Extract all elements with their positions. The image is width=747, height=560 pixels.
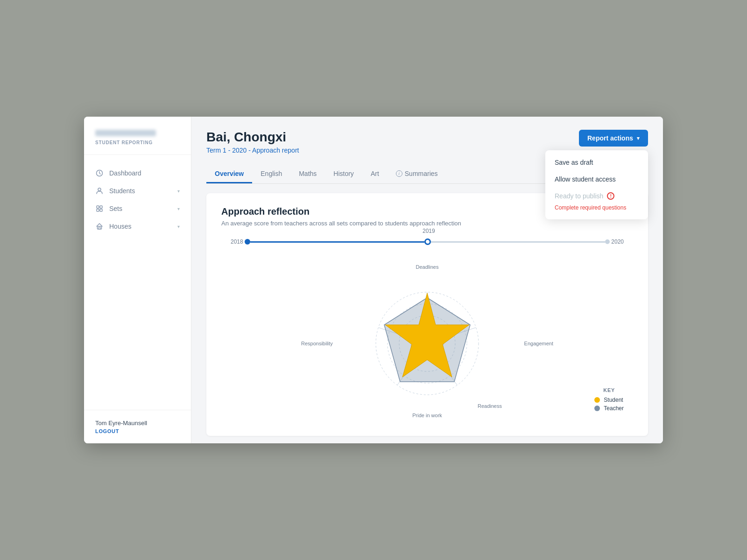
sidebar-item-students[interactable]: Students ▾	[84, 182, 191, 200]
dropdown-error-text: Complete required questions	[545, 204, 648, 216]
ready-to-publish-item: Ready to publish !	[545, 188, 648, 204]
engagement-label: Engagement	[524, 341, 553, 346]
content-area: Bai, Chongxi Term 1 - 2020 - Approach re…	[191, 117, 663, 443]
tab-summaries[interactable]: i Summaries	[388, 165, 446, 183]
student-color-dot	[594, 397, 600, 403]
house-icon	[95, 222, 104, 231]
svg-rect-4	[97, 209, 99, 211]
year-2018-label: 2018	[231, 238, 245, 245]
sets-icon	[95, 204, 104, 213]
logout-button[interactable]: LOGOUT	[95, 428, 180, 434]
sidebar-item-label-sets: Sets	[109, 205, 172, 212]
student-key-label: Student	[604, 397, 623, 403]
tab-overview[interactable]: Overview	[206, 165, 252, 183]
timeline-dot-end	[605, 239, 610, 244]
svg-point-1	[98, 188, 101, 191]
key-item-student: Student	[594, 397, 624, 403]
clock-icon	[95, 169, 104, 177]
tab-english[interactable]: English	[252, 165, 290, 183]
timeline-line-right	[431, 241, 605, 243]
page-title-group: Bai, Chongxi Term 1 - 2020 - Approach re…	[206, 130, 299, 154]
svg-rect-2	[97, 206, 99, 208]
sidebar-nav: Dashboard Students ▾	[84, 155, 191, 410]
allow-student-access-item[interactable]: Allow student access	[545, 171, 648, 188]
timeline-dot-middle	[424, 238, 431, 245]
sidebar-item-dashboard[interactable]: Dashboard	[84, 164, 191, 182]
sidebar-subtitle: STUDENT REPORTING	[95, 140, 180, 145]
chevron-down-icon: ▾	[177, 224, 180, 229]
sidebar-item-label-houses: Houses	[109, 223, 172, 230]
save-as-draft-item[interactable]: Save as draft	[545, 154, 648, 171]
sidebar-header: STUDENT REPORTING	[84, 117, 191, 155]
teacher-color-dot	[594, 406, 600, 411]
chevron-down-icon: ▾	[637, 135, 640, 141]
deadlines-label: Deadlines	[416, 264, 439, 270]
tab-history[interactable]: History	[325, 165, 362, 183]
tab-art[interactable]: Art	[362, 165, 388, 183]
svg-rect-5	[100, 209, 102, 211]
radar-chart-wrapper: Deadlines Engagement Readiness Pride in …	[329, 264, 525, 423]
page-subtitle: Term 1 - 2020 - Approach report	[206, 147, 299, 154]
warning-icon: !	[607, 192, 614, 200]
timeline-line-left	[250, 241, 424, 243]
sidebar: STUDENT REPORTING Dashboard	[84, 117, 191, 443]
sidebar-item-sets[interactable]: Sets ▾	[84, 200, 191, 217]
chevron-down-icon: ▾	[177, 189, 180, 194]
chevron-down-icon: ▾	[177, 206, 180, 211]
sidebar-footer: Tom Eyre-Maunsell LOGOUT	[84, 410, 191, 443]
chart-key: KEY Student Teacher	[594, 387, 624, 413]
tab-maths[interactable]: Maths	[290, 165, 325, 183]
info-icon: i	[396, 170, 402, 177]
key-item-teacher: Teacher	[594, 405, 624, 412]
page-title: Bai, Chongxi	[206, 130, 299, 145]
responsibility-label: Responsibility	[301, 341, 333, 346]
user-name: Tom Eyre-Maunsell	[95, 420, 180, 427]
report-actions-button[interactable]: Report actions ▾	[579, 130, 648, 147]
teacher-key-label: Teacher	[604, 405, 624, 412]
chart-area: Deadlines Engagement Readiness Pride in …	[221, 264, 633, 423]
year-2019-label: 2019	[423, 228, 435, 234]
timeline-dot-start	[245, 239, 250, 245]
key-title: KEY	[594, 387, 624, 393]
report-actions-dropdown: Save as draft Allow student access Ready…	[545, 150, 648, 219]
svg-rect-6	[98, 226, 102, 229]
person-icon	[95, 187, 104, 195]
report-actions-label: Report actions	[587, 134, 633, 142]
ready-to-publish-label: Ready to publish	[555, 192, 603, 200]
radar-svg	[357, 273, 497, 413]
sidebar-item-label-students: Students	[109, 187, 172, 195]
year-2020-label: 2020	[610, 238, 624, 245]
card-description: An average score from teachers across al…	[221, 220, 633, 227]
sidebar-item-houses[interactable]: Houses ▾	[84, 217, 191, 235]
sidebar-item-label-dashboard: Dashboard	[109, 169, 180, 177]
sidebar-logo	[95, 130, 156, 136]
approach-reflection-card: Approach reflection An average score fro…	[206, 193, 648, 436]
main-content: Bai, Chongxi Term 1 - 2020 - Approach re…	[191, 117, 663, 443]
svg-rect-3	[100, 206, 102, 208]
